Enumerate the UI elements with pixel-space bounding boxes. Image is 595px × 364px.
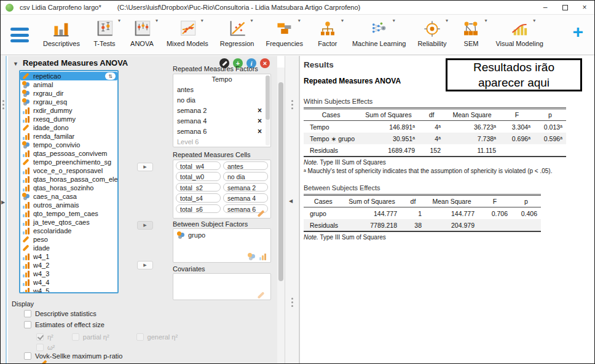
- module-mixed-models[interactable]: ▾Mixed Models: [164, 18, 211, 48]
- rm-level-no-dia[interactable]: no dia: [173, 95, 270, 106]
- variable-label: tempo_preenchimento_sg: [33, 158, 111, 166]
- module-frequencies[interactable]: ▾Frequencies: [262, 18, 306, 48]
- add-module-button[interactable]: +: [572, 23, 583, 41]
- remove-level-button[interactable]: ×: [258, 116, 262, 126]
- variable-qto_tempo_tem_caes[interactable]: qto_tempo_tem_caes: [20, 209, 117, 218]
- checkbox-label: partial η²: [83, 333, 109, 341]
- maximize-button[interactable]: [555, 1, 575, 14]
- ordinal-variable-icon: [22, 261, 30, 269]
- checkbox-descriptive-statistics[interactable]: [24, 310, 31, 317]
- remove-level-button[interactable]: ×: [258, 126, 262, 137]
- rm-level-semana-2[interactable]: semana 2×: [173, 106, 270, 116]
- collapse-options-icon[interactable]: ◀: [289, 198, 293, 204]
- value-cell: 1: [401, 207, 425, 220]
- variable-peso[interactable]: peso: [20, 235, 117, 244]
- rm-level-placeholder[interactable]: Level 6: [173, 137, 270, 147]
- variable-idade_dono[interactable]: idade_dono: [20, 123, 117, 132]
- close-button[interactable]: ×: [575, 1, 594, 14]
- variable-ja_teve_qtos_caes[interactable]: ja_teve_qtos_caes: [20, 218, 117, 227]
- module-machine-learning[interactable]: ▾Machine Learning: [349, 18, 409, 48]
- variable-qtas_pessoas_convivem[interactable]: qtas_pessoas_convivem: [20, 149, 117, 158]
- cell-variable-field[interactable]: total_w4: [176, 161, 221, 171]
- variable-caes_na_casa[interactable]: caes_na_casa: [20, 192, 117, 201]
- variable-w4_2[interactable]: w4_2: [20, 261, 117, 269]
- variable-outros_animais[interactable]: outros_animais: [20, 201, 117, 209]
- variable-rxgrau_esq[interactable]: rxgrau_esq: [20, 98, 117, 106]
- variable-w4_5[interactable]: w4_5: [20, 287, 117, 293]
- variable-label: idade: [33, 244, 50, 252]
- between-factors-box[interactable]: grupo: [173, 228, 271, 263]
- module-regression[interactable]: ▾Regression: [217, 18, 258, 48]
- expand-data-panel-icon[interactable]: ▶: [1, 199, 5, 205]
- module-sem[interactable]: ▾SEM: [455, 18, 487, 48]
- dropdown-caret-icon: ▾: [201, 18, 203, 23]
- covariates-box[interactable]: [173, 273, 271, 300]
- variable-label: qtas_horas_passa_com_ele: [33, 176, 118, 183]
- module-anova[interactable]: ▾ANOVA: [126, 18, 158, 48]
- variable-w4_4[interactable]: w4_4: [20, 278, 117, 287]
- variable-w4_3[interactable]: w4_3: [20, 269, 117, 278]
- hamburger-menu-icon[interactable]: [10, 28, 29, 42]
- rm-level-antes[interactable]: antes: [173, 85, 270, 95]
- assign-covariate-button[interactable]: ▶: [137, 261, 153, 269]
- results-splitter[interactable]: ◀: [285, 56, 299, 363]
- rm-factors-scrollbar-thumb[interactable]: [266, 76, 270, 120]
- cell-variable-field[interactable]: total_w0: [176, 172, 221, 181]
- variable-rxesq_dummy[interactable]: rxesq_dummy: [20, 115, 117, 123]
- variable-rxgrau_dir[interactable]: rxgrau_dir: [20, 89, 117, 98]
- rm-level-semana-4[interactable]: semana 4×: [173, 116, 270, 126]
- display-section-label: Display: [12, 300, 34, 308]
- minimize-button[interactable]: –: [535, 1, 555, 14]
- table-row: Residuals1689.47915211.115: [304, 144, 566, 157]
- value-cell: [500, 144, 534, 157]
- analysis-scrollbar[interactable]: [277, 68, 285, 363]
- value-cell: 152: [419, 144, 444, 157]
- checkbox--: [36, 344, 44, 351]
- sort-variables-icon[interactable]: ⇅: [105, 72, 116, 80]
- data-panel-splitter[interactable]: ▶: [1, 56, 7, 363]
- variable-w4_1[interactable]: w4_1: [20, 252, 117, 261]
- rm-level-semana-6[interactable]: semana 6×: [173, 126, 270, 137]
- checkbox-vovk-sellke-maximum-p-ratio[interactable]: [24, 352, 31, 360]
- cell-variable-field[interactable]: total_s2: [176, 183, 221, 192]
- rm-cells-box[interactable]: total_w4antestotal_w0no diatotal_s2seman…: [173, 160, 271, 219]
- module-factor[interactable]: ▾Factor: [312, 18, 344, 48]
- variable-renda_familar[interactable]: renda_familar: [20, 132, 117, 141]
- variable-tempo_preenchimento_sg[interactable]: tempo_preenchimento_sg: [20, 158, 117, 166]
- module-visual-modeling[interactable]: ▾Visual Modeling: [492, 18, 546, 48]
- allowed-types-icons: [248, 253, 267, 260]
- variable-qtas_horas_passa_com_ele[interactable]: qtas_horas_passa_com_ele: [20, 175, 117, 184]
- module-label: Regression: [220, 40, 254, 47]
- close-analysis-button[interactable]: ×: [260, 58, 270, 68]
- variable-tempo_convivio[interactable]: tempo_convivio: [20, 141, 117, 149]
- variable-idade[interactable]: idade: [20, 244, 117, 252]
- dropdown-caret-icon: ▾: [446, 18, 448, 23]
- column-header: p: [534, 109, 566, 121]
- splitter-grip-icon[interactable]: [291, 100, 293, 109]
- assign-cells-button[interactable]: ▶: [137, 163, 153, 171]
- variable-qtas_horas_sozinho[interactable]: qtas_horas_sozinho: [20, 184, 117, 192]
- rm-factors-box[interactable]: Tempoantesno diasemana 2×semana 4×semana…: [173, 74, 271, 147]
- cell-variable-field[interactable]: total_s4: [176, 193, 221, 203]
- between-factor-grupo[interactable]: grupo: [173, 229, 270, 241]
- checkbox-estimates-of-effect-size[interactable]: [24, 321, 31, 328]
- cell-variable-field[interactable]: total_s6: [176, 204, 221, 214]
- checkbox-general-: [136, 333, 144, 341]
- assign-between-factor-button[interactable]: ▶: [137, 221, 153, 230]
- module-reliability[interactable]: ▾Reliability: [414, 18, 449, 48]
- nominal-variable-icon: [22, 193, 30, 200]
- rm-factors-scrollbar[interactable]: [266, 76, 270, 145]
- analysis-scrollbar-thumb[interactable]: [278, 82, 283, 281]
- splitter-grip-icon[interactable]: [291, 298, 293, 307]
- rm-factor-name[interactable]: Tempo: [173, 74, 270, 85]
- variable-rxdir_dummy[interactable]: rxdir_dummy: [20, 106, 117, 115]
- remove-level-button[interactable]: ×: [258, 106, 262, 116]
- module-t-tests[interactable]: ▾T-Tests: [89, 18, 120, 48]
- module-descriptives[interactable]: Descriptives: [40, 18, 83, 48]
- variable-escolaridade[interactable]: escolaridade: [20, 227, 117, 235]
- splitter-grip-icon[interactable]: [2, 100, 4, 109]
- collapse-analysis-icon[interactable]: ▼: [13, 61, 18, 67]
- variable-animal[interactable]: animal: [20, 80, 117, 89]
- variable-voce_e_o_responsavel[interactable]: voce_e_o_responsavel: [20, 166, 117, 175]
- variable-repeticao[interactable]: repeticao⇅: [20, 72, 117, 80]
